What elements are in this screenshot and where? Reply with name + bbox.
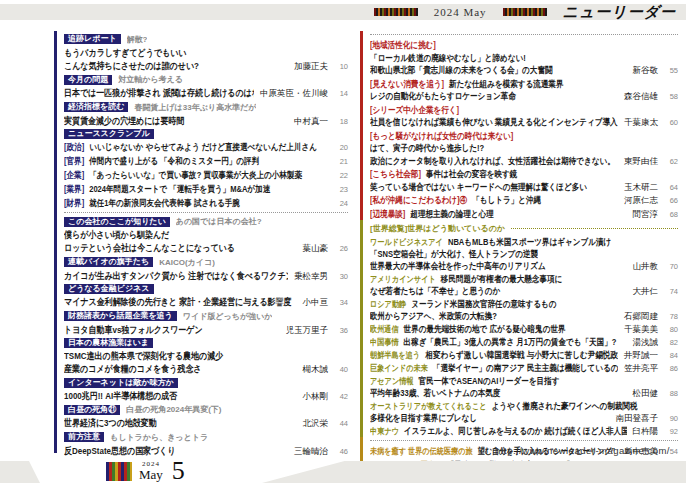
- page-number: 10: [328, 61, 348, 72]
- article-author: 笠井亮平: [624, 363, 658, 373]
- page-number: 90: [658, 414, 678, 424]
- article-row: カイコが生み出すタンパク質から 注射ではなく食べるワクチンを!乗松幸男30: [64, 268, 348, 282]
- article-row: なぜ若者たちは「不幸せ」と思うのか大井仁74: [370, 284, 678, 297]
- world-section-title: [世界総覧]世界はどう動いているのか: [370, 223, 505, 234]
- section-note: 白昼の死角2024年異変(下): [126, 404, 221, 415]
- article-author: 東野由佳: [624, 156, 658, 167]
- article-row: マイナス金利解除後の先行きと 家計・企業経営に与える影響度小中亘34: [64, 294, 348, 308]
- article-author: 児玉万里子: [286, 325, 329, 336]
- section-header: 日本の農林漁業はいま: [64, 338, 348, 348]
- article-row: 平均年齢33歳、若いベトナムの本気度松田健88: [370, 386, 678, 399]
- barcode-icon: [374, 8, 418, 16]
- world-section-header: [世界総覧]世界はどう動いているのか: [370, 223, 678, 234]
- article-row: こんな気持ちにさせたのは誰のせい?加藤正夫10: [64, 58, 348, 72]
- article-author: 中村真一: [294, 116, 328, 127]
- article-row: 「ローカル鉄道の廃線やむなし」と諦めない!: [370, 51, 678, 64]
- section-note: 春闘賃上げは33年ぶり高水準だが: [134, 102, 256, 113]
- divider: [370, 440, 678, 441]
- article-row: 中東ナウイスラエルよ、同じ苦しみを与えるのか 続けば続くほど人非人国家と呼ばれる…: [370, 424, 678, 437]
- page-number: 40: [328, 364, 348, 375]
- article-row: 実質賃金減少の穴埋めには要時間中村真一18: [64, 113, 348, 127]
- series-label: [シリーズ中小企業を行く]: [370, 105, 459, 116]
- article-title: TSMC進出の熊本県で深刻化する農地の減少: [64, 350, 223, 361]
- article-title: こんな気持ちにさせたのは誰のせい?: [64, 60, 199, 71]
- section-label: 経済指標を読む: [64, 102, 128, 112]
- article-row: 僕らが小さい頃から馴染んだ: [64, 227, 348, 240]
- section-header: [もっと騒がなければ女性の時代は来ない]: [370, 129, 678, 142]
- article-title: 世界の最先端技術の地で 広がる疑心暗鬼の世界: [404, 324, 566, 334]
- news-item: [業界]2024年問題スタートで 「運転手を買う」M&Aが加速23: [64, 181, 348, 195]
- article-author: 間宮淳: [633, 209, 659, 220]
- article-title: 「ローカル鉄道の廃線やむなし」と諦めない!: [370, 53, 526, 64]
- toc-section: 経済指標を読む春闘賃上げは33年ぶり高水準だが実質賃金減少の穴埋めには要時間中村…: [64, 102, 348, 127]
- article-title: 超理想主義の論理と心理: [410, 209, 494, 220]
- section-header: ニューススクランブル: [64, 129, 348, 139]
- column-lead: ワールドビジネスアイ: [370, 237, 443, 247]
- article-title: 就任1年の新浪同友会代表幹事 試される手腕: [89, 198, 240, 209]
- article-title: いいじゃないか やらせてみよう だけど直接選べないんだ上川さん: [89, 142, 317, 153]
- article-row: 欧州からアジアへ、米政策の大転換?石郷岡建78: [370, 309, 678, 322]
- article-author: 山井教: [633, 261, 659, 271]
- article-title: 移民問題が有権者の最大懸念事項に: [441, 274, 562, 284]
- page-number: 92: [658, 427, 678, 437]
- world-section-group: [世界総覧]世界はどう動いているのかワールドビジネスアイNBAもMLBも米国スポ…: [360, 220, 678, 437]
- page-number: 74: [658, 287, 678, 297]
- article-title: トヨタ自動車vs独フォルクスワーゲン: [64, 324, 203, 335]
- column-lead: 欧州通信: [370, 324, 399, 334]
- page-number: 66: [658, 196, 678, 207]
- news-category-tag: [官界]: [64, 156, 84, 167]
- article-title: 実質賃金減少の穴埋めには要時間: [64, 115, 184, 126]
- article-title: 2024年問題スタートで 「運転手を買う」M&Aが加速: [89, 184, 270, 195]
- series-label: [見えない消費を追う]: [370, 79, 444, 90]
- news-category-tag: [業界]: [64, 184, 84, 195]
- article-author: 楜木誠: [303, 364, 329, 375]
- toc-section: インターネットは敵か味方か1000兆円!! AI半導体構想の成否小林剛42: [64, 378, 348, 402]
- article-author: 森谷信雄: [624, 91, 658, 102]
- toc-section: 前方注意もしトラから、きっとトラ反DeepState思想の国家づくり三輪晴治46: [64, 432, 348, 457]
- page-number: 34: [328, 297, 348, 308]
- article-row: 1000兆円!! AI半導体構想の成否小林剛42: [64, 388, 348, 402]
- article-title: 産業のコメが食糧のコメを食う残念さ: [64, 363, 202, 374]
- article-title: イスラエルよ、同じ苦しみを与えるのか 続けば続くほど人非人国家と呼ばれる: [404, 426, 627, 436]
- article-title: 官民一体でASEANのAIリーダーを目指す: [419, 376, 560, 386]
- article-row: オーストラリアが教えてくれることようやく撤廃された豪ワインへの制裁関税: [370, 399, 678, 411]
- page-number: 18: [328, 116, 348, 127]
- section-header: 経済指標を読む春闘賃上げは33年ぶり高水準だが: [64, 102, 348, 113]
- article-row: 世界最大の半導体会社を作った中高年のリアリズム山井教70: [370, 259, 678, 272]
- page-number: 23: [328, 184, 348, 195]
- page-number: 24: [328, 198, 348, 209]
- right-column: [地域活性化に挑む]「ローカル鉄道の廃線やむなし」と諦めない!和歌山県北部「貴志…: [360, 31, 678, 453]
- article-title: もうバカラしすぎてどうでもいい: [64, 47, 187, 58]
- article-row: はて、寅子の時代から進歩した!?: [370, 141, 678, 154]
- article-row: 笑っている場合ではない キーワードへの無理解は驚くほど多い玉木研二64: [370, 180, 678, 194]
- article-row: ロシア動静ヌーランド米国務次官辞任の意味するもの: [370, 297, 678, 309]
- page-number: 46: [328, 446, 348, 457]
- page-number: 21: [328, 156, 348, 167]
- column-lead: 中国事情: [370, 337, 399, 347]
- article-row: アセアン情報官民一体でASEANのAIリーダーを目指す: [370, 374, 678, 386]
- series-label: [地域活性化に挑む]: [370, 40, 436, 51]
- article-row: もうバカラしすぎてどうでもいい: [64, 45, 348, 58]
- page-number: 58: [658, 92, 678, 103]
- toc-section: 追跡レポート解散?もうバカラしすぎてどうでもいいこんな気持ちにさせたのは誰のせい…: [64, 34, 348, 72]
- section-header: [シリーズ中小企業を行く]: [370, 103, 678, 116]
- section-label: 今月の問題: [64, 75, 112, 85]
- section-header: 連載バイオの旗手たちKAICO(カイコ): [64, 257, 348, 268]
- footer-month: May: [139, 468, 163, 481]
- toc-section: 連載バイオの旗手たちKAICO(カイコ)カイコが生み出すタンパク質から 注射では…: [64, 257, 348, 282]
- section-note: ワイド版どっちが強いか: [183, 311, 273, 322]
- page-number: 55: [658, 66, 678, 77]
- article-row: 産業のコメが食糧のコメを食う残念さ楜木誠40: [64, 361, 348, 375]
- section-label: 日本の農林漁業はいま: [64, 338, 153, 348]
- article-author: 南田登喜子: [616, 413, 659, 423]
- toc-section: 財務諸表から話題企業を追うワイド版どっちが強いかトヨタ自動車vs独フォルクスワー…: [64, 311, 348, 336]
- article-title: NBAもMLBも米国スポーツ界はギャンブル漬け: [448, 237, 611, 247]
- page-number: 68: [658, 210, 678, 221]
- issue-date: 2024 May: [434, 6, 487, 18]
- article-row: TSMC進出の熊本県で深刻化する農地の減少: [64, 348, 348, 361]
- article-title: 日本では一匹狼が排撃され 派閥は存続し続けるのはなぜか: [64, 87, 254, 98]
- section-note: もしトラから、きっとトラ: [110, 432, 208, 443]
- section-label: ニューススクランブル: [64, 129, 154, 139]
- article-row: 社員を信じなければ業績も伸びない 業績見える化とインセンティブ導入も千葉康太60: [370, 115, 678, 129]
- article-title: 仲間内で盛り上がる 「令和のミスター円」の評判: [89, 156, 259, 167]
